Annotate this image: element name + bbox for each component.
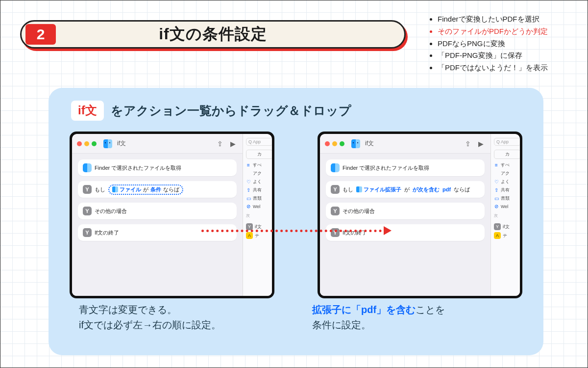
finder-icon (83, 163, 92, 172)
if-text: が (404, 186, 410, 193)
sidebar-item-all[interactable]: ≡すべ (246, 162, 272, 168)
if-prefix: もし (95, 186, 105, 193)
action-endif[interactable]: Y If文の終了 (78, 224, 237, 241)
sidebar-item-share[interactable]: ⇧共有 (494, 187, 520, 193)
sidebar-suggestion-if[interactable]: Yif文 (494, 223, 520, 230)
action-otherwise[interactable]: Y その他の場合 (78, 203, 237, 219)
action-label: その他の場合 (343, 208, 375, 215)
action-label: その他の場合 (95, 208, 127, 215)
sidebar-suggestion-text[interactable]: Aテ (246, 232, 272, 239)
checklist-item: 「PDFではないようだ！」を表示 (438, 62, 548, 74)
action-label: If文の終了 (343, 229, 367, 237)
window-titlebar: if文 ⇪ ▶ (320, 134, 490, 154)
minimize-icon[interactable] (84, 141, 89, 146)
action-label: Finder で選択されたファイルを取得 (95, 164, 181, 172)
checklist-item: Finderで変換したいPDFを選択 (438, 13, 548, 26)
action-label: Finder で選択されたファイルを取得 (343, 164, 429, 172)
action-if[interactable]: Y もし ファイル拡張子 が が次を含む pdf ならば (326, 181, 485, 198)
action-endif[interactable]: Y If文の終了 (326, 224, 485, 241)
sidebar-item-all[interactable]: ≡すべ (494, 162, 520, 168)
sidebar-item-actions[interactable]: アク (246, 170, 272, 177)
zoom-icon[interactable] (92, 141, 97, 146)
sidebar-item-documents[interactable]: ▭書類 (246, 195, 272, 202)
branch-icon: Y (331, 207, 340, 215)
branch-icon: Y (331, 228, 340, 237)
action-get-finder-selection[interactable]: Finder で選択されたファイルを取得 (326, 159, 485, 176)
branch-icon: Y (331, 185, 340, 194)
if-text: が (143, 186, 148, 193)
card-title: if文 をアクション一覧からドラッグ＆ドロップ (71, 101, 529, 121)
page-title: if文の条件設定 (56, 24, 370, 45)
action-if[interactable]: Y もし ファイル が 条件 ならば (78, 181, 237, 198)
sidebar-item-documents[interactable]: ▭書類 (494, 195, 520, 202)
workflow-canvas[interactable]: Finder で選択されたファイルを取得 Y もし ファイル拡張子 が が次を含… (320, 154, 490, 296)
run-icon[interactable]: ▶ (476, 140, 486, 148)
if-pill: if文 (71, 101, 104, 121)
windows-row: if文 ⇪ ▶ Finder で選択されたファイルを取得 Y もし (63, 131, 529, 298)
search-input[interactable]: Q App (246, 138, 272, 146)
sidebar-section-label: 次 (494, 213, 520, 218)
share-icon[interactable]: ⇪ (215, 140, 225, 148)
if-condition-token[interactable]: が次を含む (413, 186, 440, 193)
sidebar-item-web[interactable]: ⊘Wel (246, 204, 272, 209)
library-sidebar[interactable]: Q App カ ≡すべ アク ♡よく ⇧共有 ▭書類 ⊘Wel 次 Yif文 A… (490, 134, 520, 296)
shortcut-window-after: if文 ⇪ ▶ Finder で選択されたファイルを取得 Y もし (318, 131, 522, 298)
if-suffix: ならば (454, 186, 470, 193)
sidebar-item-favorites[interactable]: ♡よく (246, 179, 272, 185)
library-sidebar[interactable]: Q App カ ≡すべ アク ♡よく ⇧共有 ▭書類 ⊘Wel 次 Yif文 A… (243, 134, 272, 296)
if-variable-token[interactable]: ファイル (112, 186, 141, 193)
workflow-canvas[interactable]: Finder で選択されたファイルを取得 Y もし ファイル が 条件 ならば (72, 154, 243, 296)
category-button[interactable]: カ (494, 150, 520, 159)
traffic-lights[interactable] (325, 141, 344, 146)
steps-checklist: Finderで変換したいPDFを選択そのファイルがPDFかどうか判定PDFならP… (427, 13, 548, 74)
minimize-icon[interactable] (332, 141, 337, 146)
traffic-lights[interactable] (77, 141, 97, 146)
checklist-item: PDFならPNGに変換 (438, 38, 548, 50)
finder-icon (112, 186, 118, 192)
zoom-icon[interactable] (340, 141, 344, 146)
sidebar-suggestion-text[interactable]: Aテ (494, 232, 520, 239)
search-input[interactable]: Q App (494, 138, 520, 146)
step-number-badge: 2 (25, 24, 56, 45)
if-prefix: もし (343, 186, 353, 193)
category-button[interactable]: カ (246, 150, 272, 159)
window-titlebar: if文 ⇪ ▶ (72, 134, 243, 154)
finder-icon (356, 186, 362, 192)
if-value-token[interactable]: pdf (442, 186, 451, 192)
if-condition-token[interactable]: 条件 (150, 186, 161, 193)
sidebar-item-actions[interactable]: アク (494, 170, 520, 177)
share-icon[interactable]: ⇪ (463, 140, 473, 148)
step-header: 2 if文の条件設定 (20, 20, 406, 49)
sidebar-suggestion-if[interactable]: Yif文 (246, 223, 272, 230)
if-condition-highlight: ファイル が 条件 ならば (108, 184, 183, 195)
branch-icon: Y (83, 207, 92, 215)
action-label: If文の終了 (95, 229, 119, 237)
sidebar-item-web[interactable]: ⊘Wel (494, 204, 520, 209)
branch-icon: Y (83, 228, 92, 237)
action-get-finder-selection[interactable]: Finder で選択されたファイルを取得 (78, 159, 237, 176)
card-title-text: をアクション一覧からドラッグ＆ドロップ (111, 103, 351, 119)
branch-icon: Y (83, 185, 92, 194)
if-variable-token[interactable]: ファイル拡張子 (356, 186, 401, 193)
sidebar-item-favorites[interactable]: ♡よく (494, 179, 520, 185)
finder-icon (103, 139, 112, 148)
close-icon[interactable] (325, 141, 330, 146)
caption-right: 拡張子に「pdf」を含むことを 条件に設定。 (312, 302, 445, 333)
shortcut-window-before: if文 ⇪ ▶ Finder で選択されたファイルを取得 Y もし (70, 131, 274, 298)
checklist-item: 「PDF-PNG変換」に保存 (438, 50, 548, 62)
action-otherwise[interactable]: Y その他の場合 (326, 203, 485, 219)
close-icon[interactable] (77, 141, 82, 146)
sidebar-item-share[interactable]: ⇧共有 (246, 187, 272, 193)
finder-icon (351, 139, 360, 148)
window-title: if文 (365, 139, 374, 148)
caption-left: 青文字は変更できる。 if文では必ず左→右の順に設定。 (79, 302, 221, 333)
if-suffix: ならば (163, 186, 179, 193)
finder-icon (331, 163, 340, 172)
window-title: if文 (117, 139, 126, 148)
run-icon[interactable]: ▶ (228, 140, 238, 148)
sidebar-section-label: 次 (246, 213, 272, 218)
checklist-item: そのファイルがPDFかどうか判定 (438, 26, 548, 38)
